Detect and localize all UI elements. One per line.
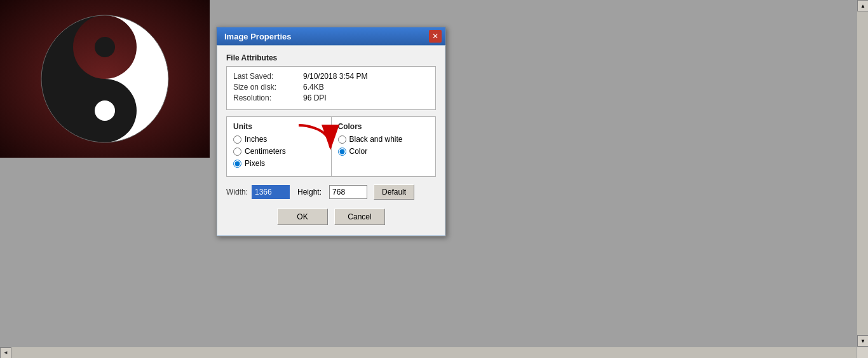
- resolution-label: Resolution:: [233, 93, 303, 102]
- scroll-left-btn[interactable]: ◄: [0, 347, 11, 359]
- colors-bw-radio[interactable]: [338, 135, 346, 144]
- width-label: Width:: [226, 188, 248, 196]
- size-on-disk-row: Size on disk: 6.4KB: [233, 83, 429, 92]
- size-on-disk-value: 6.4KB: [303, 83, 324, 92]
- cancel-button[interactable]: Cancel: [334, 209, 385, 225]
- last-saved-value: 9/10/2018 3:54 PM: [303, 72, 367, 81]
- colors-section: Colors Black and white Color: [332, 117, 436, 176]
- colors-radio-group: Black and white Color: [338, 135, 430, 156]
- units-centimeters-radio[interactable]: [233, 148, 241, 156]
- units-inches-label: Inches: [245, 135, 267, 144]
- image-properties-dialog: Image Properties ✕ File Attributes Last …: [216, 27, 446, 237]
- resolution-value: 96 DPI: [303, 93, 327, 102]
- colors-color-radio[interactable]: [338, 148, 346, 156]
- right-scrollbar: ▲ ▼: [857, 0, 868, 347]
- last-saved-label: Last Saved:: [233, 72, 303, 81]
- colors-color-option[interactable]: Color: [338, 147, 430, 156]
- file-attributes-label: File Attributes: [226, 53, 436, 62]
- dimensions-row: Width: Height: Default: [226, 184, 436, 200]
- units-pixels-radio[interactable]: [233, 160, 241, 168]
- image-preview: [0, 0, 210, 158]
- file-attributes-box: Last Saved: 9/10/2018 3:54 PM Size on di…: [226, 66, 436, 110]
- svg-point-3: [95, 37, 115, 57]
- units-centimeters-label: Centimeters: [245, 147, 286, 156]
- scrollbar-corner: [857, 347, 868, 358]
- height-input[interactable]: [329, 185, 367, 199]
- colors-bw-option[interactable]: Black and white: [338, 135, 430, 144]
- units-colors-container: Units Inches Centimeters Pixels: [226, 116, 436, 177]
- last-saved-row: Last Saved: 9/10/2018 3:54 PM: [233, 72, 429, 81]
- scroll-up-btn[interactable]: ▲: [857, 0, 868, 11]
- dialog-titlebar: Image Properties ✕: [217, 27, 445, 45]
- width-input[interactable]: [252, 185, 290, 199]
- units-inches-radio[interactable]: [233, 135, 241, 144]
- scroll-track-bottom: [11, 347, 857, 358]
- units-section-label: Units: [233, 122, 325, 131]
- units-centimeters-option[interactable]: Centimeters: [233, 147, 325, 156]
- svg-point-2: [95, 100, 115, 121]
- resolution-row: Resolution: 96 DPI: [233, 93, 429, 102]
- size-on-disk-label: Size on disk:: [233, 83, 303, 92]
- colors-bw-label: Black and white: [349, 135, 403, 144]
- dialog-close-button[interactable]: ✕: [429, 30, 442, 43]
- dialog-body: File Attributes Last Saved: 9/10/2018 3:…: [217, 45, 445, 236]
- units-inches-option[interactable]: Inches: [233, 135, 325, 144]
- scroll-track-right: [857, 11, 868, 335]
- dialog-title: Image Properties: [224, 32, 429, 41]
- default-button[interactable]: Default: [374, 184, 414, 200]
- ok-button[interactable]: OK: [277, 209, 328, 225]
- colors-color-label: Color: [349, 147, 368, 156]
- scroll-down-btn[interactable]: ▼: [857, 335, 868, 347]
- height-label: Height:: [297, 188, 322, 196]
- units-pixels-label: Pixels: [245, 159, 265, 168]
- dialog-buttons: OK Cancel: [226, 209, 436, 228]
- units-pixels-option[interactable]: Pixels: [233, 159, 325, 168]
- bottom-scrollbar: ◄ ►: [0, 347, 868, 358]
- units-radio-group: Inches Centimeters Pixels: [233, 135, 325, 168]
- colors-section-label: Colors: [338, 122, 430, 131]
- units-section: Units Inches Centimeters Pixels: [227, 117, 332, 176]
